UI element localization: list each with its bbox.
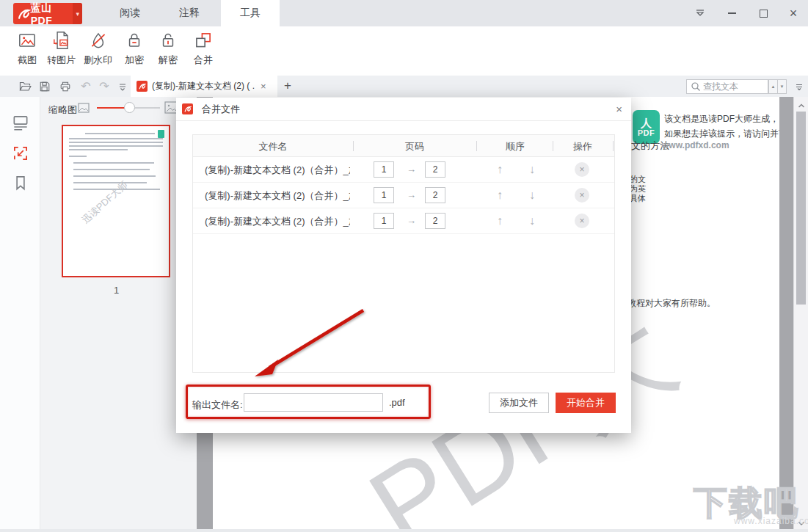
- undo-button[interactable]: ↶: [78, 79, 94, 93]
- decrypt-button[interactable]: 解密: [157, 29, 179, 72]
- screenshot-icon: [16, 29, 38, 51]
- sidebar-icon-strip: [0, 97, 40, 532]
- merge-button[interactable]: 合并: [192, 29, 214, 72]
- collapse-ribbon-icon: [695, 9, 705, 18]
- save-button[interactable]: [37, 79, 53, 93]
- tab-annotate[interactable]: 注释: [160, 0, 219, 26]
- table-row: (复制)-新建文本文档 (2)（合并）_加密 → ↑ ↓ ×: [193, 208, 614, 234]
- minimize-icon: [728, 12, 736, 14]
- ribbon-toolbar: 截图 转图片 删水印: [0, 26, 808, 76]
- page-from-input[interactable]: [374, 161, 394, 178]
- maximize-button[interactable]: [749, 0, 778, 26]
- dialog-pdf-icon: [182, 103, 193, 114]
- merge-files-dialog: 合并文件 × 文件名 页码 顺序 操作 (复制)-新建文本文档 (2)（合并）_…: [176, 98, 631, 433]
- app-window: 蓝山PDF ▾ 阅读 注释 工具 × 截图: [0, 0, 808, 532]
- maximize-icon: [760, 10, 768, 18]
- generator-notice-line2: 如果想去掉该提示，请访问并下载：: [664, 128, 779, 140]
- app-menu-caret-icon[interactable]: ▾: [73, 3, 82, 24]
- move-up-icon[interactable]: ↑: [497, 214, 503, 228]
- scroll-up-icon[interactable]: [797, 101, 806, 110]
- tab-read[interactable]: 阅读: [101, 0, 159, 26]
- document-tab-title: (复制)-新建文本文档 (2) ( ...: [152, 80, 255, 92]
- page-to-input[interactable]: [425, 213, 445, 229]
- page-to-input[interactable]: [425, 161, 445, 178]
- undo-icon: ↶: [81, 79, 90, 93]
- col-header-actions: 操作: [573, 140, 592, 153]
- dialog-close-icon[interactable]: ×: [616, 103, 622, 115]
- thumbnail-panel: 缩略图 迅读PDF大师 1: [41, 97, 197, 532]
- move-down-icon[interactable]: ↓: [529, 162, 535, 177]
- collapse-ribbon-button[interactable]: [685, 0, 715, 26]
- vertical-scrollbar[interactable]: [793, 97, 808, 532]
- close-window-button[interactable]: ×: [779, 0, 808, 26]
- screenshot-button[interactable]: 截图: [16, 29, 38, 72]
- move-down-icon[interactable]: ↓: [529, 214, 535, 228]
- page-from-input[interactable]: [374, 187, 394, 203]
- thumb-notice-icon: [158, 130, 164, 138]
- reader-view-icon: [11, 113, 30, 132]
- sidebar-item-thumbnails[interactable]: [11, 144, 30, 163]
- close-tab-icon[interactable]: ×: [261, 81, 266, 92]
- start-merge-button[interactable]: 开始合并: [556, 393, 616, 413]
- minimize-button[interactable]: [717, 0, 746, 26]
- app-logo-icon: [16, 6, 31, 22]
- remove-file-button[interactable]: ×: [575, 162, 589, 177]
- find-options-icon: [795, 82, 804, 91]
- find-next-button[interactable]: ▼: [777, 79, 787, 94]
- close-icon: ×: [790, 6, 798, 21]
- find-text-box[interactable]: [686, 79, 768, 94]
- to-image-button[interactable]: 转图片: [47, 29, 76, 72]
- customize-quickbar-button[interactable]: [114, 79, 131, 93]
- arrow-right-icon: →: [407, 189, 416, 200]
- remove-file-button[interactable]: ×: [575, 188, 589, 203]
- remove-watermark-button[interactable]: 删水印: [84, 29, 112, 72]
- row-filename: (复制)-新建文本文档 (2)（合并）_加密: [205, 215, 350, 228]
- search-icon: [690, 81, 702, 92]
- quick-access-bar: ↶ ↷ (复制)-新建文本文档 (2) ( ... × + ▲: [0, 76, 808, 97]
- encrypt-icon: [123, 29, 145, 51]
- sidebar-item-bookmarks[interactable]: [11, 173, 30, 192]
- document-tab[interactable]: (复制)-新建文本文档 (2) ( ... ×: [131, 76, 277, 97]
- print-button[interactable]: [57, 79, 73, 93]
- triangle-up-icon: ▲: [771, 84, 776, 89]
- page-from-input[interactable]: [374, 213, 394, 229]
- scrollbar-thumb[interactable]: [796, 112, 806, 305]
- move-up-icon[interactable]: ↑: [497, 162, 503, 177]
- col-header-pages: 页码: [405, 140, 424, 153]
- dialog-header: 合并文件 ×: [176, 98, 631, 121]
- tab-tools[interactable]: 工具: [221, 0, 280, 26]
- to-image-icon: [51, 29, 73, 51]
- new-tab-button[interactable]: +: [280, 79, 295, 93]
- page-thumbnail[interactable]: 迅读PDF大师: [62, 125, 170, 277]
- search-input[interactable]: [703, 81, 762, 92]
- thumbnail-watermark: 迅读PDF大师: [79, 178, 131, 227]
- remove-file-button[interactable]: ×: [575, 214, 589, 228]
- app-menu-button[interactable]: 蓝山PDF ▾: [13, 3, 82, 24]
- thumb-zoom-slider-handle[interactable]: [124, 102, 135, 113]
- app-title: 蓝山PDF: [31, 1, 70, 26]
- page-to-input[interactable]: [425, 187, 445, 203]
- zoom-out-image-icon[interactable]: [78, 103, 90, 113]
- col-header-filename: 文件名: [259, 140, 288, 153]
- plus-icon: +: [284, 79, 291, 92]
- bookmark-icon: [11, 173, 30, 192]
- redo-button[interactable]: ↷: [96, 79, 112, 93]
- row-filename: (复制)-新建文本文档 (2)（合并）_加密: [205, 164, 350, 177]
- annotation-highlight-box: [186, 385, 431, 419]
- remove-watermark-icon: [87, 29, 109, 51]
- thumbnails-icon: [11, 144, 30, 163]
- add-file-button[interactable]: 添加文件: [489, 393, 549, 413]
- open-file-button[interactable]: [17, 79, 33, 93]
- move-up-icon[interactable]: ↑: [497, 188, 503, 203]
- move-down-icon[interactable]: ↓: [529, 188, 535, 203]
- redo-icon: ↷: [99, 79, 109, 93]
- table-row: (复制)-新建文本文档 (2)（合并）_加密 → ↑ ↓ ×: [193, 183, 614, 208]
- table-row: (复制)-新建文本文档 (2)（合并）_加密 → ↑ ↓ ×: [193, 157, 614, 183]
- sidebar-item-reader-view[interactable]: [11, 113, 30, 132]
- save-icon: [39, 81, 51, 92]
- triangle-down-icon: ▼: [780, 84, 785, 89]
- arrow-right-icon: →: [407, 164, 416, 175]
- col-header-order: 顺序: [506, 140, 525, 153]
- encrypt-button[interactable]: 加密: [123, 29, 145, 72]
- find-options-button[interactable]: [791, 79, 807, 93]
